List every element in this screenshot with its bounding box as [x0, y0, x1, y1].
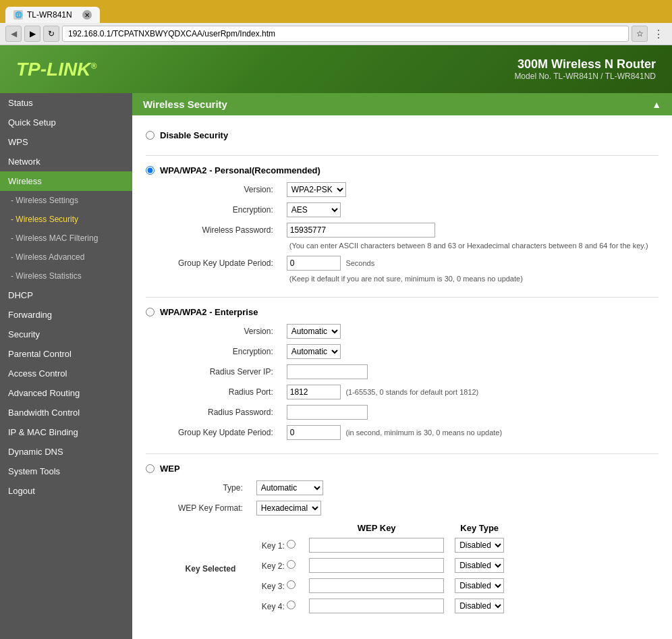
wep-format-row: WEP Key Format: Hexadecimal ASCII	[173, 498, 515, 518]
sidebar-item-forwarding[interactable]: Forwarding	[0, 305, 132, 325]
bookmark-button[interactable]: ☆	[632, 26, 648, 42]
tab-close-button[interactable]: ✕	[82, 10, 92, 20]
wpa-personal-group-key-hint-row: (Keep it default if you are not sure, mi…	[173, 273, 654, 286]
sidebar-item-access-control[interactable]: Access Control	[0, 364, 132, 383]
wep-format-label: WEP Key Format:	[173, 498, 251, 518]
wpa-personal-password-hint-row: (You can enter ASCII characters between …	[173, 240, 654, 253]
wep-type-select[interactable]: Automatic Open System Shared Key	[256, 480, 323, 495]
wpa-personal-password-cell	[281, 220, 654, 240]
wpa-personal-version-row: Version: Automatic WPA-PSK WPA2-PSK	[173, 179, 654, 200]
wep-radio[interactable]	[146, 464, 155, 473]
tab-title: TL-WR841N	[27, 10, 72, 20]
refresh-button[interactable]: ↻	[43, 26, 59, 42]
sidebar-item-status[interactable]: Status	[0, 93, 132, 113]
wep-key-1-input[interactable]	[309, 538, 444, 553]
wep-key-1-label: Key 1:	[262, 541, 285, 551]
wep-label[interactable]: WEP	[160, 464, 180, 474]
tab-favicon: 🌐	[13, 10, 23, 20]
browser-tab[interactable]: 🌐 TL-WR841N ✕	[5, 7, 100, 23]
wep-key-3-radio[interactable]	[287, 580, 296, 589]
sidebar-item-network[interactable]: Network	[0, 152, 132, 171]
wpa-personal-group-key-cell: Seconds	[281, 253, 654, 273]
sidebar-item-wireless-statistics[interactable]: - Wireless Statistics	[0, 267, 132, 285]
wpa-enterprise-radius-pass-cell	[281, 402, 507, 422]
sidebar-item-wps[interactable]: WPS	[0, 132, 132, 152]
wpa-personal-encryption-cell: Automatic TKIP AES	[281, 200, 654, 220]
router-info: 300M Wireless N Router Model No. TL-WR84…	[514, 57, 656, 81]
content-scroll[interactable]: Wireless Security ▲ Disable Security	[132, 93, 672, 639]
sidebar-item-dynamic-dns[interactable]: Dynamic DNS	[0, 442, 132, 462]
wep-key-4-input[interactable]	[309, 599, 444, 613]
sidebar-item-logout[interactable]: Logout	[0, 481, 132, 501]
disable-security-label[interactable]: Disable Security	[160, 130, 228, 140]
sidebar-item-wireless[interactable]: Wireless	[0, 171, 132, 191]
router-model-number: Model No. TL-WR841N / TL-WR841ND	[514, 72, 656, 81]
wpa-enterprise-group-key-hint: (in second, minimum is 30, 0 means no up…	[343, 428, 502, 437]
wep-key-4-label: Key 4:	[262, 602, 285, 611]
radius-password-input[interactable]	[287, 405, 368, 420]
wpa-personal-radio[interactable]	[146, 166, 155, 175]
sidebar-item-wireless-security[interactable]: - Wireless Security	[0, 210, 132, 229]
wpa-personal-encryption-select[interactable]: Automatic TKIP AES	[287, 202, 341, 217]
wpa-enterprise-encryption-select[interactable]: Automatic TKIP AES	[287, 344, 341, 359]
wpa-enterprise-radius-pass-row: Radius Password:	[173, 402, 507, 422]
sidebar-item-wireless-advanced[interactable]: - Wireless Advanced	[0, 248, 132, 267]
disable-security-section: Disable Security	[146, 126, 659, 144]
sidebar-item-bandwidth-control[interactable]: Bandwidth Control	[0, 403, 132, 422]
forward-button[interactable]: ▶	[24, 26, 40, 42]
wpa-personal-group-key-hint: (Keep it default if you are not sure, mi…	[287, 275, 523, 283]
sidebar-item-dhcp[interactable]: DHCP	[0, 285, 132, 305]
divider-1	[146, 155, 659, 156]
tab-bar: 🌐 TL-WR841N ✕	[0, 0, 672, 23]
wpa-personal-label[interactable]: WPA/WPA2 - Personal(Recommended)	[160, 165, 320, 175]
wep-format-select[interactable]: Hexadecimal ASCII	[256, 501, 321, 516]
wep-col-wep-key: WEP Key	[304, 521, 449, 535]
wpa-personal-encryption-row: Encryption: Automatic TKIP AES	[173, 200, 654, 220]
wep-key-2-type-select[interactable]: Disabled 64bit 128bit 152bit	[455, 558, 504, 573]
sidebar-item-security[interactable]: Security	[0, 325, 132, 344]
wep-key-selected-header: Key Selected	[173, 518, 251, 619]
wpa-enterprise-radius-ip-row: Radius Server IP:	[173, 362, 507, 382]
wpa-personal-section: WPA/WPA2 - Personal(Recommended) Version…	[146, 161, 659, 286]
divider-3	[146, 453, 659, 454]
wpa-enterprise-group-key-row: Group Key Update Period: (in second, min…	[173, 422, 507, 443]
wpa-enterprise-version-select[interactable]: Automatic WPA WPA2	[287, 324, 341, 339]
sidebar-item-parental-control[interactable]: Parental Control	[0, 344, 132, 364]
address-bar[interactable]	[62, 26, 629, 42]
wpa-enterprise-section: WPA/WPA2 - Enterprise Version: Automatic…	[146, 303, 659, 443]
wep-col-key-type: Key Type	[449, 521, 509, 535]
wpa-enterprise-group-key-input[interactable]	[287, 425, 341, 440]
wep-key-2-label: Key 2:	[262, 561, 285, 571]
wep-key-3-type-select[interactable]: Disabled 64bit 128bit 152bit	[455, 578, 504, 593]
wpa-personal-version-select[interactable]: Automatic WPA-PSK WPA2-PSK	[287, 182, 346, 197]
wep-key-1-type-select[interactable]: Disabled 64bit 128bit 152bit	[455, 538, 504, 553]
wpa-enterprise-label[interactable]: WPA/WPA2 - Enterprise	[160, 307, 258, 317]
wep-key-1-radio[interactable]	[287, 540, 296, 549]
sidebar-item-wireless-settings[interactable]: - Wireless Settings	[0, 191, 132, 210]
wpa-enterprise-version-label: Version:	[173, 321, 281, 341]
wpa-personal-header: WPA/WPA2 - Personal(Recommended)	[146, 161, 659, 179]
wep-key-3-input[interactable]	[309, 578, 444, 593]
radius-server-ip-input[interactable]	[287, 364, 368, 379]
collapse-button[interactable]: ▲	[652, 99, 661, 110]
wep-key-1-row: Key 1: Disabled	[256, 535, 509, 555]
disable-security-radio[interactable]	[146, 131, 155, 140]
wep-key-2-input[interactable]	[309, 558, 444, 573]
sidebar-item-system-tools[interactable]: System Tools	[0, 462, 132, 481]
sidebar-item-wireless-mac[interactable]: - Wireless MAC Filtering	[0, 229, 132, 248]
radius-port-input[interactable]	[287, 385, 341, 399]
back-button[interactable]: ◀	[5, 26, 22, 42]
wpa-enterprise-radio[interactable]	[146, 308, 155, 316]
wpa-personal-group-key-input[interactable]	[287, 256, 341, 271]
wireless-password-input[interactable]	[287, 223, 435, 238]
sidebar-item-quick-setup[interactable]: Quick Setup	[0, 113, 132, 132]
wpa-enterprise-encryption-row: Encryption: Automatic TKIP AES	[173, 341, 507, 362]
wep-key-2-radio[interactable]	[287, 560, 296, 569]
sidebar-item-ip-mac-binding[interactable]: IP & MAC Binding	[0, 422, 132, 442]
sidebar-item-advanced-routing[interactable]: Advanced Routing	[0, 383, 132, 403]
sidebar: Status Quick Setup WPS Network Wireless …	[0, 93, 132, 639]
browser-menu-button[interactable]: ⋮	[650, 26, 667, 42]
wep-key-4-type-select[interactable]: Disabled 64bit 128bit 152bit	[455, 599, 504, 613]
wep-key-4-radio[interactable]	[287, 601, 296, 609]
wpa-personal-password-row: Wireless Password:	[173, 220, 654, 240]
